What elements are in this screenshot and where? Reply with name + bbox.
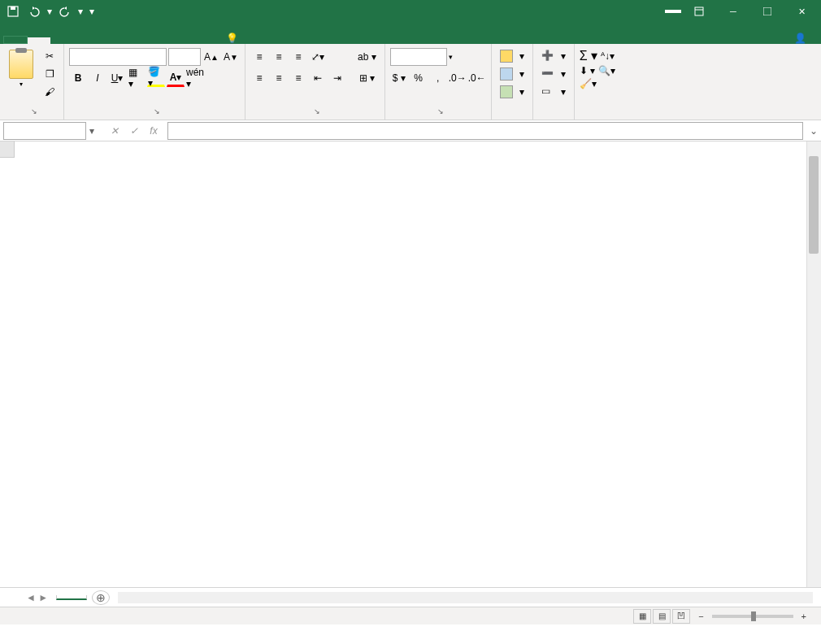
minimize-icon[interactable]: ─ [717,0,749,23]
name-box-dropdown-icon[interactable]: ▾ [89,125,101,137]
align-bottom-icon[interactable]: ≡ [289,48,307,66]
accounting-format-icon[interactable]: $ ▾ [390,69,408,87]
insert-cells-icon: ➕ [541,50,554,63]
save-icon[interactable] [3,2,23,20]
wrap-text-icon[interactable]: ab ▾ [354,48,380,66]
maximize-icon[interactable] [751,0,784,23]
enter-formula-icon[interactable]: ✓ [125,125,143,137]
sheet-nav[interactable]: ◄ ► [18,592,56,603]
indent-decrease-icon[interactable]: ⇤ [309,69,327,87]
align-right-icon[interactable]: ≡ [289,69,307,87]
number-format-select[interactable] [390,48,447,66]
format-cells-icon: ▭ [541,85,554,98]
sheet-tab-sheet1[interactable] [56,595,87,600]
tab-view[interactable] [164,37,187,44]
border-button[interactable]: ▦ ▾ [128,69,146,87]
phonetic-button[interactable]: wén ▾ [186,69,204,87]
format-as-table-button[interactable]: ▾ [497,66,528,82]
tab-page-layout[interactable] [73,37,96,44]
tab-data[interactable] [119,37,141,44]
page-layout-view-icon[interactable]: ▤ [653,609,671,624]
zoom-in-icon[interactable]: + [801,611,806,621]
font-name-input[interactable] [69,48,167,66]
name-box[interactable] [3,122,86,140]
format-as-table-icon [500,67,513,80]
redo-dropdown-icon[interactable]: ▾ [76,2,85,20]
align-middle-icon[interactable]: ≡ [270,48,288,66]
insert-cells-button[interactable]: ➕ ▾ [538,48,569,64]
font-color-button[interactable]: A▾ [167,69,185,87]
align-center-icon[interactable]: ≡ [270,69,288,87]
align-left-icon[interactable]: ≡ [250,69,268,87]
add-sheet-button[interactable]: ⊕ [92,590,110,605]
increase-decimal-icon[interactable]: .0→ [449,69,467,87]
underline-button[interactable]: U ▾ [108,69,126,87]
qat-customize-icon[interactable]: ▾ [86,2,98,20]
normal-view-icon[interactable]: ▦ [633,609,651,624]
decrease-decimal-icon[interactable]: .0← [468,69,486,87]
delete-cells-button[interactable]: ➖ ▾ [538,66,569,82]
italic-button[interactable]: I [89,69,106,87]
font-size-input[interactable] [168,48,201,66]
share-button[interactable]: 👤 [794,33,821,44]
undo-dropdown-icon[interactable]: ▾ [46,2,54,20]
redo-icon[interactable] [55,2,75,20]
zoom-out-icon[interactable]: − [698,611,703,621]
ribbon-tabs: 💡 👤 [0,23,821,44]
merge-cells-icon[interactable]: ⊞ ▾ [354,69,380,87]
align-top-icon[interactable]: ≡ [250,48,268,66]
paste-button[interactable]: ▾ [5,48,37,89]
group-cells: ➕ ▾ ➖ ▾ ▭ ▾ [533,44,575,120]
format-cells-button[interactable]: ▭ ▾ [538,84,569,100]
percent-format-icon[interactable]: % [410,69,428,87]
increase-font-icon[interactable]: A▲ [202,48,220,66]
zoom-slider[interactable] [712,615,793,618]
autosum-icon[interactable]: Σ ▾ [580,48,597,63]
copy-icon[interactable]: ❐ [41,66,59,82]
clear-icon[interactable]: 🧹▾ [580,78,597,89]
orientation-icon[interactable]: ⤢▾ [309,48,327,66]
login-button[interactable] [665,10,681,13]
indent-increase-icon[interactable]: ⇥ [328,69,346,87]
group-number: ▾ $ ▾ % , .0→ .0← ↘ [385,44,492,120]
tab-formulas[interactable] [96,37,119,44]
title-bar: ▾ ▾ ▾ ─ ✕ [0,0,821,23]
tab-review[interactable] [141,37,164,44]
tell-me-search[interactable]: 💡 [226,33,243,44]
find-select-icon[interactable]: 🔍▾ [598,65,615,76]
select-all-corner[interactable] [0,141,15,158]
page-break-view-icon[interactable]: 凹 [672,609,690,624]
undo-icon[interactable] [24,2,44,20]
tab-insert[interactable] [50,37,73,44]
bold-button[interactable]: B [69,69,87,87]
spreadsheet-area [0,141,821,587]
decrease-font-icon[interactable]: A▼ [222,48,240,66]
vertical-scrollbar[interactable] [806,141,821,587]
cell-styles-button[interactable]: ▾ [497,84,528,100]
clipboard-launcher-icon[interactable]: ↘ [31,107,37,115]
comma-format-icon[interactable]: , [429,69,447,87]
font-launcher-icon[interactable]: ↘ [154,107,160,115]
conditional-formatting-button[interactable]: ▾ [497,48,528,64]
fx-icon[interactable]: fx [145,125,163,137]
close-icon[interactable]: ✕ [785,0,818,23]
number-launcher-icon[interactable]: ↘ [437,107,444,115]
cells-grid[interactable] [15,158,806,587]
cut-icon[interactable]: ✂ [41,48,59,64]
horizontal-scrollbar[interactable] [118,592,813,603]
tab-file[interactable] [3,36,28,44]
ribbon-display-icon[interactable] [683,0,715,23]
fill-color-button[interactable]: 🪣▾ [147,69,165,87]
fill-icon[interactable]: ⬇ ▾ [580,65,595,76]
formula-expand-icon[interactable]: ⌄ [806,125,821,137]
status-bar: ▦ ▤ 凹 − + [0,607,821,624]
scroll-thumb[interactable] [809,156,819,254]
format-painter-icon[interactable]: 🖌 [41,84,59,100]
formula-input[interactable] [167,122,803,140]
sort-filter-icon[interactable]: ᴬ↓▾ [601,50,615,62]
alignment-launcher-icon[interactable]: ↘ [314,107,320,115]
tab-home[interactable] [28,37,50,44]
tab-help[interactable] [187,37,210,44]
cancel-formula-icon[interactable]: ✕ [106,125,124,137]
quick-access-toolbar: ▾ ▾ ▾ [0,2,98,20]
